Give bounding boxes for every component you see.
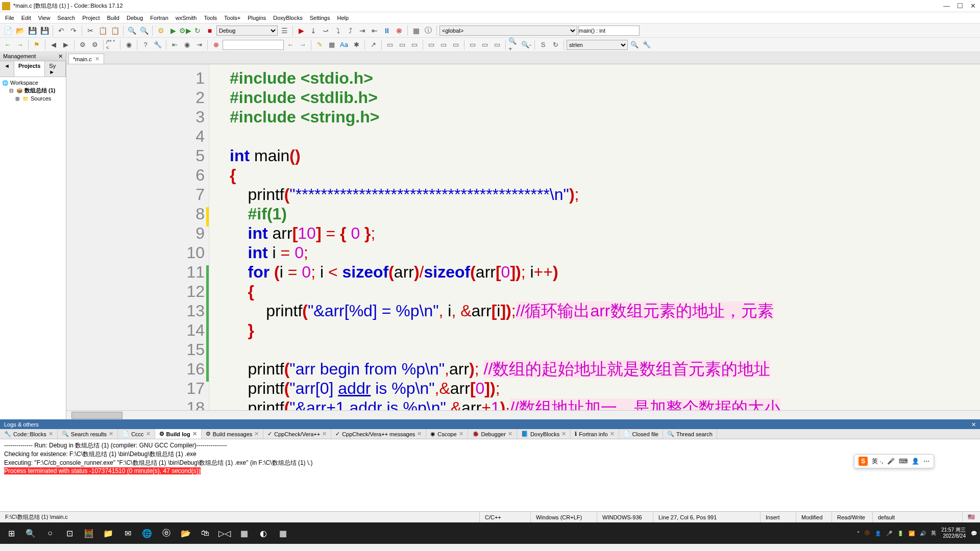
- case-icon[interactable]: Aa: [338, 39, 350, 51]
- comment-icon[interactable]: /** *<: [106, 39, 117, 51]
- expand-icon[interactable]: ⊟: [8, 88, 14, 94]
- logs-tab-cppcheck[interactable]: ✓CppCheck/Vera++✕: [263, 429, 331, 439]
- tray-volume-icon[interactable]: 🔊: [920, 531, 926, 536]
- logs-tab-doxy[interactable]: 📘DoxyBlocks✕: [517, 429, 571, 439]
- replace-icon[interactable]: 🔍: [138, 25, 150, 36]
- step-instr-icon[interactable]: ⇤: [369, 25, 380, 36]
- app-calc-icon[interactable]: 🧮: [81, 525, 97, 541]
- mgmt-tab-next[interactable]: Sy ►: [45, 61, 66, 77]
- jump-fwd-icon[interactable]: ⇥: [193, 39, 205, 51]
- code-editor[interactable]: 123456789101112131415161718 #include <st…: [66, 64, 980, 410]
- tray-battery-icon[interactable]: 🔋: [897, 531, 903, 536]
- management-close-icon[interactable]: ✕: [58, 53, 63, 60]
- logs-tab-cccc[interactable]: 📄Cccc✕: [118, 429, 155, 439]
- editor-tab-mainc[interactable]: *main.c ✕: [68, 54, 104, 64]
- forward-icon[interactable]: →: [14, 39, 26, 51]
- help-icon[interactable]: ?: [140, 39, 151, 51]
- taskbar-clock[interactable]: 21:57 周三 2022/8/24: [941, 527, 966, 539]
- app-cb-icon[interactable]: ▦: [236, 525, 252, 541]
- start-button[interactable]: ⊞: [3, 525, 19, 541]
- search-symbol-icon[interactable]: 🔍: [629, 39, 640, 51]
- cut-icon[interactable]: ✂: [85, 25, 96, 36]
- logs-tab-debugger[interactable]: 🐞Debugger✕: [468, 429, 517, 439]
- paste-icon[interactable]: 📋: [109, 25, 120, 36]
- new-file-icon[interactable]: 📄: [2, 25, 13, 36]
- break-icon[interactable]: ⏸: [381, 25, 393, 36]
- highlight-icon[interactable]: ✎: [314, 39, 325, 51]
- logs-tab-fortran[interactable]: ℹFortran info✕: [571, 429, 619, 439]
- jump-marker-icon[interactable]: ◉: [181, 39, 192, 51]
- logs-tab-closed[interactable]: 📄Closed file: [619, 429, 663, 439]
- scroll-thumb[interactable]: [71, 412, 122, 419]
- minimize-button[interactable]: —: [943, 2, 950, 10]
- search-next-icon[interactable]: →: [297, 39, 308, 51]
- arrow-icon[interactable]: ↗: [368, 39, 379, 51]
- mgmt-tab-prev[interactable]: ◄: [0, 61, 14, 77]
- settings-icon[interactable]: 🔧: [152, 39, 163, 51]
- menu-build[interactable]: Build: [104, 14, 122, 22]
- tray-up-icon[interactable]: ˄: [857, 531, 860, 536]
- menu-search[interactable]: Search: [54, 14, 78, 22]
- save-all-icon[interactable]: 💾: [39, 25, 50, 36]
- target-icon[interactable]: ☰: [279, 25, 290, 36]
- ime-keyboard-icon[interactable]: ⌨: [899, 458, 908, 465]
- bookmark-icon[interactable]: ⚑: [31, 39, 42, 51]
- menu-edit[interactable]: Edit: [18, 14, 34, 22]
- save-icon[interactable]: 💾: [27, 25, 38, 36]
- box4-icon[interactable]: ▭: [426, 39, 437, 51]
- zoom-out-icon[interactable]: 🔍-: [521, 39, 532, 51]
- tool1-icon[interactable]: ⚙: [77, 39, 88, 51]
- logs-close-icon[interactable]: ✕: [971, 421, 976, 428]
- options-icon[interactable]: 🔧: [641, 39, 652, 51]
- box1-icon[interactable]: ▭: [384, 39, 396, 51]
- debug-window-icon[interactable]: ▦: [410, 25, 422, 36]
- notification-icon[interactable]: 💬: [971, 531, 977, 536]
- logs-tab-cppcheckmsg[interactable]: ✓CppCheck/Vera++ messages✕: [331, 429, 426, 439]
- ime-float[interactable]: S 英 ·, 🎤 ⌨ 👤 ⋯: [854, 454, 934, 468]
- tree-workspace[interactable]: 🌐 Workspace: [2, 79, 64, 86]
- copy-icon[interactable]: 📋: [97, 25, 108, 36]
- mgmt-tab-projects[interactable]: Projects: [14, 61, 45, 77]
- menu-plugins[interactable]: Plugins: [244, 14, 269, 22]
- clear-icon[interactable]: ⊗: [210, 39, 222, 51]
- logs-body[interactable]: -------------- Run: Debug in 数组总结 (1) (c…: [0, 439, 980, 511]
- tray-ime-zh[interactable]: ⓢ: [865, 530, 870, 537]
- tray-mic-icon[interactable]: 🎤: [886, 531, 892, 536]
- app-folder-icon[interactable]: 📂: [178, 525, 194, 541]
- menu-file[interactable]: File: [2, 14, 17, 22]
- tool2-icon[interactable]: ⚙: [89, 39, 101, 51]
- code-body[interactable]: #include <stdio.h> #include <stdlib.h> #…: [209, 64, 980, 410]
- box6-icon[interactable]: ▭: [450, 39, 461, 51]
- redo-icon[interactable]: ↷: [68, 25, 79, 36]
- app-mail-icon[interactable]: ✉: [119, 525, 136, 541]
- logs-tab-buildlog[interactable]: ⚙Build log✕: [155, 429, 202, 439]
- find-icon[interactable]: 🔍: [126, 25, 137, 36]
- search-input[interactable]: [223, 40, 284, 50]
- close-button[interactable]: ✕: [970, 2, 976, 10]
- box3-icon[interactable]: ▭: [409, 39, 420, 51]
- tab-close-icon[interactable]: ✕: [95, 56, 100, 62]
- maximize-button[interactable]: ☐: [957, 2, 963, 10]
- tray-wifi-icon[interactable]: 📶: [909, 531, 915, 536]
- menu-debug[interactable]: Debug: [124, 14, 146, 22]
- undo-icon[interactable]: ↶: [56, 25, 67, 36]
- box5-icon[interactable]: ▭: [438, 39, 449, 51]
- refresh-icon[interactable]: ↻: [550, 39, 561, 51]
- box8-icon[interactable]: ▭: [479, 39, 491, 51]
- search-prev-icon[interactable]: ←: [285, 39, 296, 51]
- regex-icon[interactable]: ✱: [351, 39, 362, 51]
- tray-ime-label[interactable]: 英: [931, 530, 936, 537]
- app-store-icon[interactable]: 🛍: [197, 525, 213, 541]
- app-other2-icon[interactable]: ▦: [275, 525, 291, 541]
- selection-icon[interactable]: ▦: [326, 39, 337, 51]
- box9-icon[interactable]: ▭: [492, 39, 503, 51]
- box7-icon[interactable]: ▭: [467, 39, 478, 51]
- next-instr-icon[interactable]: ⇥: [357, 25, 368, 36]
- menu-settings[interactable]: Settings: [307, 14, 333, 22]
- build-config-select[interactable]: Debug: [216, 26, 278, 36]
- horizontal-scrollbar[interactable]: [66, 410, 980, 419]
- app-ie-icon[interactable]: ⓔ: [158, 525, 175, 541]
- logs-tab-buildmsg[interactable]: ⚙Build messages✕: [202, 429, 264, 439]
- search-taskbar-icon[interactable]: 🔍: [22, 525, 39, 541]
- app-explorer-icon[interactable]: 📁: [100, 525, 116, 541]
